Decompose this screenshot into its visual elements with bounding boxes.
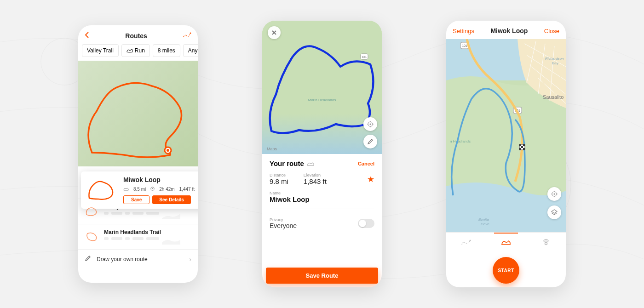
map-label: Marin Headlands — [308, 98, 336, 102]
route-mini-thumb — [85, 231, 99, 243]
cancel-button[interactable]: Cancel — [358, 161, 374, 166]
route-path — [78, 61, 198, 166]
route-duration: 2h 42m — [159, 187, 174, 192]
svg-text:Bay: Bay — [552, 61, 559, 65]
route-settings-icon[interactable] — [183, 32, 191, 40]
svg-point-26 — [545, 242, 547, 245]
see-details-button[interactable]: See Details — [152, 195, 190, 204]
settings-link[interactable]: Settings — [453, 28, 474, 34]
close-link[interactable]: Close — [544, 28, 559, 34]
edit-route-button[interactable] — [363, 135, 377, 148]
privacy-field: Privacy Everyone — [270, 217, 297, 229]
phone-record: Settings Miwok Loop Close Sausalito Rich… — [446, 21, 566, 287]
svg-rect-20 — [521, 146, 523, 148]
filter-distance[interactable]: 8 miles — [153, 44, 180, 57]
maps-attribution: Maps — [266, 147, 277, 151]
tab-beacon[interactable] — [526, 233, 566, 251]
beacon-icon — [541, 238, 551, 246]
draw-route-label: Draw your own route — [97, 256, 148, 262]
phone-routes: Routes Valley Trail Run 8 miles Any E Mi… — [78, 25, 198, 283]
map-label-richardson: Richardson — [545, 57, 564, 61]
route-distance: 8.5 mi — [133, 187, 146, 192]
layers-button[interactable] — [547, 205, 561, 219]
tab-activity[interactable] — [486, 233, 526, 251]
chevron-right-icon: › — [189, 256, 191, 263]
record-map[interactable]: Sausalito Richardson Bay n Headlands Bon… — [446, 39, 566, 232]
locate-me-button[interactable] — [363, 117, 377, 131]
svg-point-0 — [190, 33, 191, 34]
route-stats: 8.5 mi 2h 42m 1,447 ft — [123, 185, 198, 193]
shoe-icon — [307, 161, 314, 166]
svg-text:Cove: Cove — [481, 222, 489, 226]
route-panel: Your route Cancel Distance 9.8 mi Elevat… — [262, 154, 382, 268]
favorite-icon[interactable]: ★ — [367, 174, 374, 184]
close-icon — [271, 30, 277, 35]
header: Routes — [78, 25, 198, 44]
close-map-button[interactable] — [268, 26, 281, 39]
svg-point-24 — [554, 194, 555, 195]
privacy-toggle[interactable] — [358, 219, 374, 228]
svg-point-25 — [470, 240, 471, 241]
route-editor-map[interactable]: Marin Headlands 101 Maps — [262, 21, 382, 154]
list-item[interactable]: Marin Headlands Trail — [78, 224, 198, 249]
draw-route-row[interactable]: Draw your own route › — [78, 249, 198, 268]
svg-point-2 — [167, 149, 169, 152]
run-icon — [126, 48, 133, 53]
svg-text:101: 101 — [362, 56, 367, 58]
layers-icon — [551, 209, 558, 216]
page-title: Miwok Loop — [490, 27, 528, 34]
finish-flag-icon — [519, 144, 525, 150]
panel-title: Your route — [270, 160, 314, 167]
svg-rect-22 — [523, 148, 525, 150]
phone-your-route: Marin Headlands 101 Maps Your route — [262, 21, 382, 287]
route-mini-thumb — [85, 205, 99, 217]
locate-icon — [367, 120, 374, 128]
filter-valley-trail[interactable]: Valley Trail — [82, 44, 119, 57]
route-path: Marin Headlands 101 — [262, 21, 382, 154]
locate-me-button[interactable] — [547, 187, 561, 201]
route-thumbnail — [86, 176, 118, 204]
tab-route[interactable] — [446, 233, 486, 251]
shoe-icon — [501, 239, 511, 245]
svg-rect-21 — [519, 148, 521, 150]
map-label-headlands: n Headlands — [450, 139, 471, 143]
locate-icon — [551, 190, 558, 198]
svg-point-9 — [370, 124, 371, 125]
filter-bar: Valley Trail Run 8 miles Any E — [78, 44, 198, 61]
filter-run[interactable]: Run — [121, 44, 150, 57]
route-map[interactable] — [78, 61, 198, 166]
start-button[interactable]: START — [493, 257, 519, 284]
map-label-bonita: Bonita — [478, 217, 489, 222]
record-tabbar — [446, 232, 566, 251]
route-icon — [461, 239, 471, 246]
page-title: Routes — [125, 32, 147, 40]
shoe-icon — [123, 187, 129, 192]
stat-elevation: Elevation 1,843 ft — [304, 173, 327, 185]
map-svg: Sausalito Richardson Bay n Headlands Bon… — [446, 39, 566, 232]
svg-rect-18 — [519, 144, 521, 146]
save-route-button[interactable]: Save Route — [266, 268, 378, 284]
map-label-sausalito: Sausalito — [543, 94, 564, 100]
route-card[interactable]: Miwok Loop 8.5 mi 2h 42m 1,447 ft Save S… — [81, 171, 198, 209]
elevation-sparkline — [162, 212, 180, 219]
back-icon[interactable] — [85, 32, 89, 40]
route-elevation: 1,447 ft — [179, 187, 195, 192]
pencil-icon — [367, 138, 374, 145]
route-name: Marin Headlands Trail — [104, 229, 191, 235]
route-title: Miwok Loop — [123, 176, 198, 183]
save-button[interactable]: Save — [123, 195, 150, 204]
filter-elevation[interactable]: Any E — [183, 44, 198, 57]
elevation-sparkline — [162, 237, 180, 245]
clock-icon — [150, 187, 155, 192]
name-field[interactable]: Name Miwok Loop — [270, 191, 374, 203]
svg-text:101: 101 — [462, 44, 467, 47]
pencil-icon — [85, 255, 91, 263]
svg-rect-19 — [523, 144, 525, 146]
stat-distance: Distance 9.8 mi — [270, 173, 288, 185]
header: Settings Miwok Loop Close — [446, 21, 566, 39]
